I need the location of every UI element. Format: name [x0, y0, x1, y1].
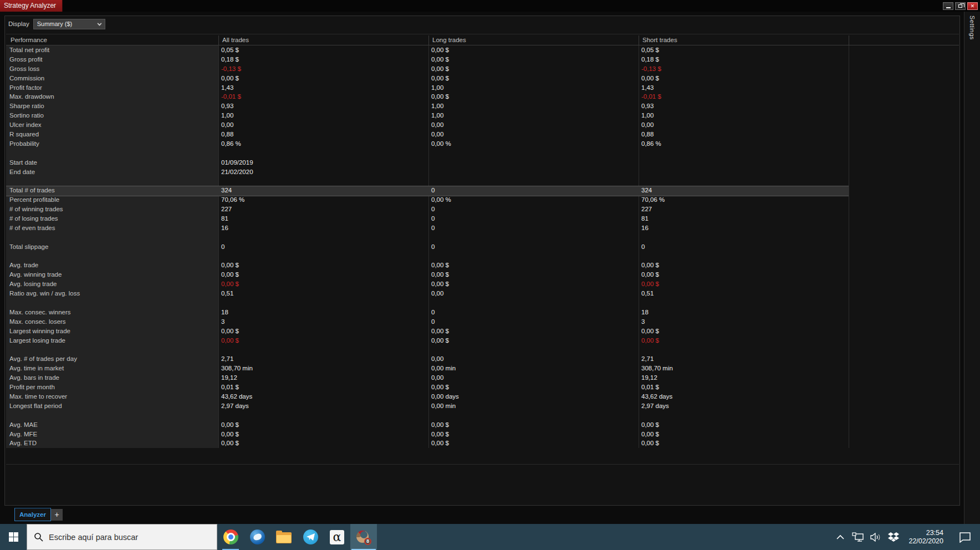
table-row[interactable]: Max. time to recover43,62 days0,00 days4…	[6, 392, 959, 401]
table-row[interactable]: Max. consec. winners18018	[6, 308, 959, 317]
row-value: 0,93	[218, 101, 428, 111]
row-value: 1,43	[218, 83, 428, 93]
row-value: 0,00 $	[428, 420, 639, 430]
column-header-short-trades[interactable]: Short trades	[642, 34, 677, 45]
table-row[interactable]: Avg. bars in trade19,120,0019,12	[6, 373, 959, 383]
table-row[interactable]: Avg. MAE0,00 $0,00 $0,00 $	[6, 420, 959, 430]
row-value: 0,00 $	[639, 336, 849, 345]
table-row[interactable]: Sharpe ratio0,931,000,93	[6, 101, 959, 111]
row-value: 2,97 days	[218, 401, 428, 411]
settings-side-tab[interactable]: Settings	[964, 12, 980, 524]
row-value: 0	[428, 214, 639, 223]
tray-chevron-up-icon[interactable]	[833, 529, 848, 546]
row-label: End date	[6, 167, 218, 177]
row-value: 0,05 $	[639, 45, 849, 55]
table-row[interactable]: # of even trades16016	[6, 223, 959, 233]
start-button[interactable]	[0, 524, 27, 550]
table-row[interactable]: Max. drawdown-0,01 $0,00 $-0,01 $	[6, 92, 959, 101]
column-header-performance[interactable]: Performance	[11, 34, 47, 45]
action-center-button[interactable]	[956, 529, 974, 546]
table-row[interactable]: Start date01/09/2019	[6, 158, 959, 167]
spacer-row	[6, 176, 959, 186]
table-row[interactable]: Percent profitable70,06 %0,00 %70,06 %	[6, 195, 959, 205]
table-row[interactable]: Avg. trade0,00 $0,00 $0,00 $	[6, 261, 959, 270]
row-value: 0,00	[428, 120, 639, 130]
network-icon[interactable]	[851, 529, 865, 546]
table-row[interactable]: Avg. losing trade0,00 $0,00 $0,00 $	[6, 279, 959, 289]
table-row[interactable]: # of winning trades2270227	[6, 205, 959, 214]
row-value: 0,00	[639, 120, 849, 130]
table-row[interactable]: Avg. winning trade0,00 $0,00 $0,00 $	[6, 270, 959, 279]
row-value: 0	[428, 317, 639, 327]
row-value: 18	[639, 308, 849, 317]
table-row[interactable]: End date21/02/2020	[6, 167, 959, 177]
table-row[interactable]: R squared0,880,000,88	[6, 130, 959, 139]
search-input[interactable]	[49, 533, 204, 542]
row-value: 0,00	[428, 130, 639, 139]
taskbar-app-telegram[interactable]	[297, 524, 324, 550]
row-label: Max. time to recover	[6, 392, 218, 401]
table-row[interactable]: Avg. # of trades per day2,710,002,71	[6, 354, 959, 364]
row-value: 0,88	[218, 130, 428, 139]
column-header-long-trades[interactable]: Long trades	[432, 34, 466, 45]
row-value: 19,12	[639, 373, 849, 383]
spacer-row	[6, 149, 959, 158]
table-row[interactable]: # of losing trades81081	[6, 214, 959, 223]
taskbar-search[interactable]	[27, 524, 217, 550]
row-value: 0,00 $	[428, 439, 639, 448]
row-value: 0	[428, 242, 639, 252]
display-dropdown[interactable]: Summary ($)	[33, 19, 105, 29]
window-title-tab[interactable]: Strategy Analyzer	[0, 0, 63, 12]
table-row[interactable]: Avg. MFE0,00 $0,00 $0,00 $	[6, 430, 959, 439]
table-row[interactable]: Max. consec. losers303	[6, 317, 959, 327]
ninjatrader-icon: 8	[356, 529, 371, 545]
table-row[interactable]: Total # of trades3240324	[6, 186, 959, 195]
row-value: 0,18 $	[218, 55, 428, 64]
row-value: 81	[639, 214, 849, 223]
row-value: 16	[218, 223, 428, 233]
table-row[interactable]: Gross loss-0,13 $0,00 $-0,13 $	[6, 64, 959, 74]
row-label: Percent profitable	[6, 195, 218, 205]
tab-analyzer[interactable]: Analyzer	[14, 508, 51, 521]
row-value: 0,51	[639, 289, 849, 298]
table-row[interactable]: Profit per month0,01 $0,00 $0,01 $	[6, 383, 959, 392]
table-row[interactable]: Largest winning trade0,00 $0,00 $0,00 $	[6, 327, 959, 336]
taskbar-app-file-explorer[interactable]	[270, 524, 297, 550]
taskbar-app-ninjatrader[interactable]: 8	[350, 524, 377, 550]
restore-button[interactable]	[955, 2, 966, 10]
volume-icon[interactable]	[869, 529, 883, 546]
taskbar-app-thunderbird[interactable]	[244, 524, 270, 550]
row-label: Profit factor	[6, 83, 218, 93]
table-row[interactable]: Ulcer index0,000,000,00	[6, 120, 959, 130]
clock-time: 23:54	[908, 529, 943, 537]
dropbox-icon[interactable]	[886, 529, 901, 546]
taskbar-clock[interactable]: 23:54 22/02/2020	[904, 529, 948, 546]
row-value: 0,00 $	[218, 430, 428, 439]
table-row[interactable]: Avg. time in market308,70 min0,00 min308…	[6, 364, 959, 373]
table-row[interactable]: Total slippage000	[6, 242, 959, 252]
table-row[interactable]: Largest losing trade0,00 $0,00 $0,00 $	[6, 336, 959, 345]
row-value: 0,00 $	[218, 270, 428, 279]
column-header-all-trades[interactable]: All trades	[222, 34, 249, 45]
performance-grid: Total net profit0,05 $0,00 $0,05 $Gross …	[6, 45, 959, 448]
table-row[interactable]: Probability0,86 %0,00 %0,86 %	[6, 139, 959, 149]
close-button[interactable]: ✕	[967, 2, 978, 10]
table-row[interactable]: Profit factor1,431,001,43	[6, 83, 959, 93]
table-row[interactable]: Longest flat period2,97 days0,00 min2,97…	[6, 401, 959, 411]
table-row[interactable]: Gross profit0,18 $0,00 $0,18 $	[6, 55, 959, 64]
taskbar-app-chrome[interactable]	[217, 524, 244, 550]
row-value: 0,00 min	[428, 364, 639, 373]
table-row[interactable]: Ratio avg. win / avg. loss0,510,000,51	[6, 289, 959, 298]
table-row[interactable]: Avg. ETD0,00 $0,00 $0,00 $	[6, 439, 959, 448]
row-value: 3	[218, 317, 428, 327]
table-row[interactable]: Sortino ratio1,001,001,00	[6, 111, 959, 120]
row-value: 0	[218, 242, 428, 252]
row-label: Max. consec. winners	[6, 308, 218, 317]
add-tab-button[interactable]: +	[51, 509, 63, 521]
table-row[interactable]: Total net profit0,05 $0,00 $0,05 $	[6, 45, 959, 55]
row-value: 0,00	[428, 289, 639, 298]
table-row[interactable]: Commission0,00 $0,00 $0,00 $	[6, 74, 959, 83]
minimize-button[interactable]	[943, 2, 953, 10]
taskbar-app-alpha-app[interactable]: α	[324, 524, 350, 550]
row-value	[428, 167, 639, 177]
